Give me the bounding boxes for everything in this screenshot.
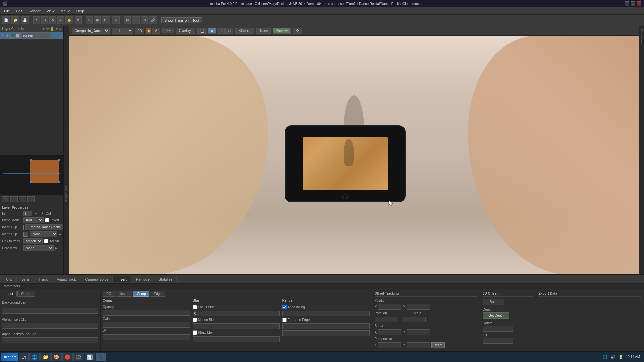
tab-clip[interactable]: Clip	[2, 276, 17, 282]
shear-x-input[interactable]	[378, 329, 401, 335]
tool-x[interactable]: ✕	[86, 16, 93, 24]
tab-insert[interactable]: Insert	[113, 276, 131, 282]
channel-rgb-button[interactable]: ■	[146, 28, 151, 34]
tool-transform[interactable]: ⊞	[94, 16, 101, 24]
blur-value-input[interactable]	[193, 311, 280, 316]
tool-arrow[interactable]: ↖	[33, 16, 40, 24]
link-track-select[interactable]: screen	[23, 238, 43, 244]
trace-button[interactable]: Trace	[256, 28, 271, 34]
layer-row[interactable]: 👁 ⚙	[0, 32, 63, 39]
tab-stabilize[interactable]: Stabilize	[155, 276, 177, 282]
hero-expand[interactable]: ▶	[55, 246, 58, 250]
menu-view[interactable]: View	[44, 8, 57, 14]
menu-file[interactable]: File	[1, 8, 13, 14]
get-depth-button[interactable]: Get Depth	[483, 312, 509, 319]
taskbar-icon-3[interactable]: 📁	[40, 353, 51, 361]
pb-mini-4[interactable]: ⬛	[27, 196, 35, 202]
matte-clip-select[interactable]: None	[30, 231, 57, 237]
layer-settings-icon[interactable]: ⚙	[6, 34, 9, 37]
overlays-button[interactable]: Overlays	[176, 28, 195, 34]
tool-b2[interactable]: B+	[112, 16, 120, 24]
tool-open[interactable]: 📁	[11, 16, 19, 24]
mesh-input[interactable]	[193, 336, 280, 342]
taskbar-icon-1[interactable]: 🗂	[19, 353, 29, 361]
tab-adjust-track[interactable]: AdjustTrack	[53, 276, 80, 282]
perspective-reset-button[interactable]: Reset	[431, 342, 445, 348]
tool-pen[interactable]: ✏	[57, 16, 64, 24]
tab-camera-solve[interactable]: Camera Solve	[81, 276, 113, 282]
hero-view-select[interactable]: monoleftright	[23, 245, 54, 251]
tool-move[interactable]: ✥	[49, 16, 56, 24]
bake-button[interactable]: Bake	[483, 299, 504, 305]
in-value-input[interactable]	[23, 211, 32, 216]
matte-clip-expand[interactable]: ▶	[59, 232, 61, 236]
alpha-insert-clip-field[interactable]	[2, 323, 98, 329]
pb-mini-1[interactable]: ⬛	[2, 196, 9, 202]
antialiasing-checkbox[interactable]	[282, 305, 287, 309]
settings-button[interactable]: ⚙	[293, 28, 302, 34]
pb-mini-3[interactable]: ⬛	[19, 196, 26, 202]
stabilize-button[interactable]: Stabilize	[235, 28, 254, 34]
warp-input[interactable]	[103, 334, 190, 340]
scale-input[interactable]	[402, 317, 426, 322]
view-icon-3[interactable]: □	[217, 28, 225, 34]
comp-tab-btn[interactable]: Comp	[133, 291, 150, 297]
alpha-background-clip-field[interactable]	[2, 337, 98, 343]
tool-magnify[interactable]: ⊕	[75, 16, 82, 24]
roi-tab-btn[interactable]: ROI	[103, 291, 116, 297]
menu-edit[interactable]: Edit	[13, 8, 25, 14]
perspective-x-input[interactable]	[378, 342, 401, 348]
perspective-y-input[interactable]	[407, 342, 430, 348]
close-button[interactable]: ✕	[637, 1, 641, 6]
view-icon-2[interactable]: ■	[208, 28, 216, 34]
menu-render[interactable]: Render	[26, 8, 43, 14]
taskbar-sound-icon[interactable]: 🔊	[610, 355, 615, 359]
layer-name-input[interactable]	[21, 33, 51, 38]
motion-blur-checkbox[interactable]	[193, 318, 197, 322]
pb-mini-2[interactable]: ⬛	[10, 196, 18, 202]
lock-icon[interactable]: 🔒	[50, 27, 54, 31]
eye-icon[interactable]: 👁	[42, 27, 45, 31]
collapse-icon[interactable]: ▼	[55, 27, 58, 31]
opacity-input[interactable]	[162, 28, 174, 33]
channel-alpha-button[interactable]: A	[152, 28, 160, 34]
tab-track[interactable]: Track	[35, 276, 52, 282]
gear-icon[interactable]: ⚙	[46, 27, 49, 31]
params-input-tab[interactable]: Input	[2, 291, 17, 297]
view-icon-1[interactable]: 🔳	[197, 28, 207, 34]
loop-icon[interactable]: ↺	[40, 212, 43, 215]
tool-new[interactable]: 📄	[2, 16, 10, 24]
tilt-input[interactable]	[483, 338, 513, 344]
background-clip-field[interactable]	[2, 308, 98, 314]
tool-spline[interactable]: 〰	[132, 16, 140, 24]
taskbar-icon-4[interactable]: 🎨	[51, 353, 62, 361]
focus-blur-checkbox[interactable]	[193, 305, 197, 309]
taskbar-icon-5[interactable]: 🔴	[62, 353, 73, 361]
show-mesh-checkbox[interactable]	[193, 330, 197, 335]
layer-color-swatch2[interactable]	[16, 34, 20, 38]
rotation-input[interactable]	[375, 317, 398, 322]
layer-color-swatch[interactable]	[10, 34, 14, 38]
opacity-comp-input[interactable]	[103, 310, 190, 316]
motion-blur-value-input[interactable]	[193, 323, 280, 329]
taskbar-mocha-active[interactable]: 🎥	[96, 353, 106, 361]
taskbar-icon-7[interactable]: 📊	[85, 353, 95, 361]
start-button[interactable]: ⊞ Start	[1, 353, 18, 361]
tool-snap[interactable]: ⊡	[124, 16, 131, 24]
invert-checkbox[interactable]	[45, 218, 49, 222]
position-y-input[interactable]	[407, 304, 430, 310]
render-value-input[interactable]	[282, 311, 370, 316]
edge-tab-btn[interactable]: Edge	[150, 291, 165, 297]
taskbar-icon-2[interactable]: 🌐	[29, 353, 40, 361]
taskbar-battery-icon[interactable]: 🔋	[618, 355, 623, 359]
tool-warp[interactable]: ⟲	[141, 16, 148, 24]
position-x-input[interactable]	[378, 304, 401, 310]
blend-mode-select[interactable]: AddNormalMultiply	[23, 217, 44, 223]
menu-help[interactable]: Help	[74, 8, 87, 14]
gain-input[interactable]	[103, 322, 190, 328]
side-tab-parameters[interactable]: Parameters	[639, 26, 644, 47]
rotate-input[interactable]	[483, 326, 513, 332]
menu-icon[interactable]: ≡	[59, 27, 61, 31]
maximize-button[interactable]: □	[631, 1, 635, 6]
insert-tab-btn[interactable]: Insert	[117, 291, 132, 297]
